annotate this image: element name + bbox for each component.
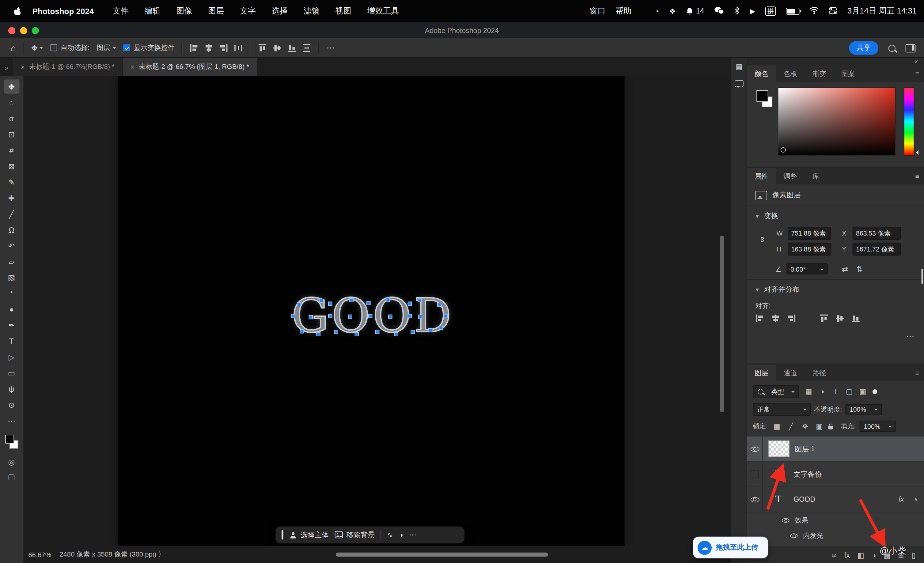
more-options-icon[interactable]: ⋯ bbox=[327, 43, 336, 52]
layers-tab-2[interactable]: 路径 bbox=[805, 364, 834, 381]
filter-switch-icon[interactable] bbox=[873, 389, 877, 394]
transform-handle[interactable] bbox=[316, 332, 321, 336]
transform-handle[interactable] bbox=[328, 314, 332, 318]
properties-tab-0[interactable]: 属性 bbox=[747, 168, 776, 184]
search-icon[interactable] bbox=[888, 44, 896, 51]
foreground-color-swatch[interactable] bbox=[5, 435, 14, 443]
align-more-icon[interactable]: ⋯ bbox=[747, 326, 924, 340]
auto-select-target-dropdown[interactable]: 图层 bbox=[97, 43, 116, 52]
menu-7[interactable]: 视图 bbox=[336, 6, 351, 16]
taskbar-more-icon[interactable]: ⋯ bbox=[409, 531, 416, 539]
lock-paint-icon[interactable]: ╱ bbox=[786, 422, 796, 430]
color-tab-2[interactable]: 渐变 bbox=[805, 65, 834, 82]
dodge-tool[interactable]: ● bbox=[4, 302, 19, 316]
flip-vertical-icon[interactable]: ⇅ bbox=[856, 264, 863, 273]
menu-3[interactable]: 图层 bbox=[208, 6, 224, 16]
transform-handle[interactable] bbox=[309, 315, 313, 319]
quick-mask-icon[interactable]: ◎ bbox=[8, 458, 15, 467]
menu-2[interactable]: 图像 bbox=[177, 6, 192, 16]
align-center-vertical-icon[interactable] bbox=[273, 43, 282, 52]
align-center-horizontal-icon[interactable] bbox=[771, 314, 780, 323]
screen-mode-icon[interactable]: ▢ bbox=[8, 472, 15, 481]
link-layers-icon[interactable]: ∞ bbox=[831, 551, 836, 559]
upload-floating-button[interactable]: ☁ 拖拽至此上传 bbox=[693, 537, 768, 559]
flip-horizontal-icon[interactable]: ⇄ bbox=[842, 264, 848, 273]
transform-handle[interactable] bbox=[418, 314, 422, 319]
hand-tool[interactable]: ψ bbox=[4, 382, 19, 396]
effect-row[interactable]: 内发光 bbox=[747, 528, 924, 543]
transform-handle[interactable] bbox=[349, 298, 353, 302]
transform-handle[interactable] bbox=[355, 332, 359, 336]
healing-brush-tool[interactable]: ✚ bbox=[4, 191, 19, 205]
transform-handle[interactable] bbox=[428, 328, 432, 332]
layer-mask-icon[interactable]: ◧ bbox=[858, 551, 864, 559]
notification-bell-icon[interactable]: 14 bbox=[686, 7, 704, 15]
layer-thumbnail[interactable] bbox=[768, 440, 789, 457]
taskbar-drag-handle[interactable] bbox=[282, 530, 284, 540]
transform-section-header[interactable]: ▼ 变换 bbox=[747, 206, 924, 225]
focus-mode-icon[interactable]: ◔ bbox=[654, 7, 659, 16]
brush-tool[interactable]: ╱ bbox=[4, 207, 19, 221]
move-tool[interactable]: ✥ bbox=[4, 79, 19, 94]
saturation-brightness-field[interactable] bbox=[777, 87, 896, 156]
layer-row-selected[interactable]: 图层 1 bbox=[747, 436, 924, 462]
bluetooth-icon[interactable] bbox=[734, 6, 740, 16]
transform-handle[interactable] bbox=[444, 314, 448, 318]
home-icon[interactable]: ⌂ bbox=[11, 43, 16, 53]
adjustment-layer-icon[interactable]: ◑ bbox=[872, 551, 876, 559]
select-subject-button[interactable]: 选择主体 bbox=[289, 530, 329, 540]
type-layer-filter-icon[interactable]: T bbox=[831, 388, 841, 396]
effect-visibility-icon[interactable] bbox=[790, 533, 798, 538]
history-brush-tool[interactable]: ↶ bbox=[4, 239, 19, 253]
zoom-tool[interactable]: ⊙ bbox=[4, 398, 19, 412]
distribute-vertical-icon[interactable] bbox=[302, 43, 311, 52]
align-section-header[interactable]: ▼ 对齐并分布 bbox=[747, 280, 924, 299]
remove-background-button[interactable]: 移除背景 bbox=[334, 530, 375, 540]
distribute-horizontal-icon[interactable] bbox=[234, 43, 243, 52]
close-tab-icon[interactable]: × bbox=[130, 63, 135, 71]
edit-toolbar-icon[interactable]: ⋯ bbox=[4, 413, 19, 428]
lock-position-icon[interactable]: ✥ bbox=[800, 422, 810, 430]
layer-row[interactable]: T GOOD fx ∧ bbox=[747, 487, 924, 512]
workspace-switcher-icon[interactable] bbox=[906, 44, 916, 52]
pixel-layer-filter-icon[interactable]: ▦ bbox=[804, 388, 814, 396]
show-transform-checkbox[interactable]: 显示变换控件 bbox=[123, 43, 174, 52]
layer-style-icon[interactable]: fx bbox=[844, 551, 850, 559]
type-tool[interactable]: T bbox=[4, 334, 19, 348]
input-method-icon[interactable]: 拼 bbox=[765, 6, 776, 16]
panel-menu-icon[interactable]: ≡ bbox=[915, 70, 919, 77]
document-tab-untitled-2[interactable]: × 未标题-2 @ 66.7% (图层 1, RGB/8) * bbox=[123, 58, 257, 76]
tab-overflow-icon[interactable]: » bbox=[4, 64, 8, 71]
zoom-window-button[interactable] bbox=[32, 27, 39, 34]
transform-handle[interactable] bbox=[328, 302, 332, 306]
fill-dropdown[interactable]: 100% bbox=[860, 421, 896, 432]
color-tab-0[interactable]: 颜色 bbox=[747, 65, 776, 82]
menu-1[interactable]: 编辑 bbox=[145, 6, 160, 16]
close-tab-icon[interactable]: × bbox=[21, 63, 25, 71]
pen-tool[interactable]: ✒ bbox=[4, 318, 19, 332]
foreground-color-swatch[interactable] bbox=[756, 90, 768, 102]
document-info[interactable]: 2480 像素 x 3508 像素 (300 ppi) 〉 bbox=[59, 550, 165, 559]
collapse-panels-icon[interactable]: « bbox=[914, 58, 918, 65]
opacity-dropdown[interactable]: 100% bbox=[846, 404, 882, 415]
auto-select-checkbox[interactable]: 自动选择: bbox=[50, 43, 90, 52]
checkbox-checked-icon[interactable] bbox=[123, 44, 130, 51]
menu-window[interactable]: 窗口 bbox=[590, 6, 606, 16]
clone-stamp-tool[interactable]: Ω bbox=[4, 223, 19, 237]
close-window-button[interactable] bbox=[8, 27, 15, 34]
link-dimensions-icon[interactable]: ∞ bbox=[758, 237, 767, 242]
panel-scrollbar[interactable] bbox=[921, 269, 923, 284]
play-icon[interactable]: ▶ bbox=[750, 7, 755, 15]
rotation-angle-field[interactable]: 0.00° bbox=[786, 264, 828, 275]
color-tab-3[interactable]: 图案 bbox=[834, 65, 862, 82]
effect-visibility-icon[interactable] bbox=[782, 518, 789, 523]
current-tool-icon[interactable]: ✥ bbox=[31, 43, 43, 52]
menu-6[interactable]: 滤镜 bbox=[304, 6, 320, 16]
horizontal-scrollbar[interactable] bbox=[336, 553, 548, 557]
wifi-icon[interactable] bbox=[810, 6, 819, 16]
color-tab-1[interactable]: 色板 bbox=[776, 65, 805, 82]
panel-menu-icon[interactable]: ≡ bbox=[915, 370, 919, 376]
transform-handle[interactable] bbox=[408, 314, 412, 318]
transform-handle[interactable] bbox=[334, 330, 338, 334]
blend-mode-dropdown[interactable]: 正常 bbox=[753, 403, 811, 416]
